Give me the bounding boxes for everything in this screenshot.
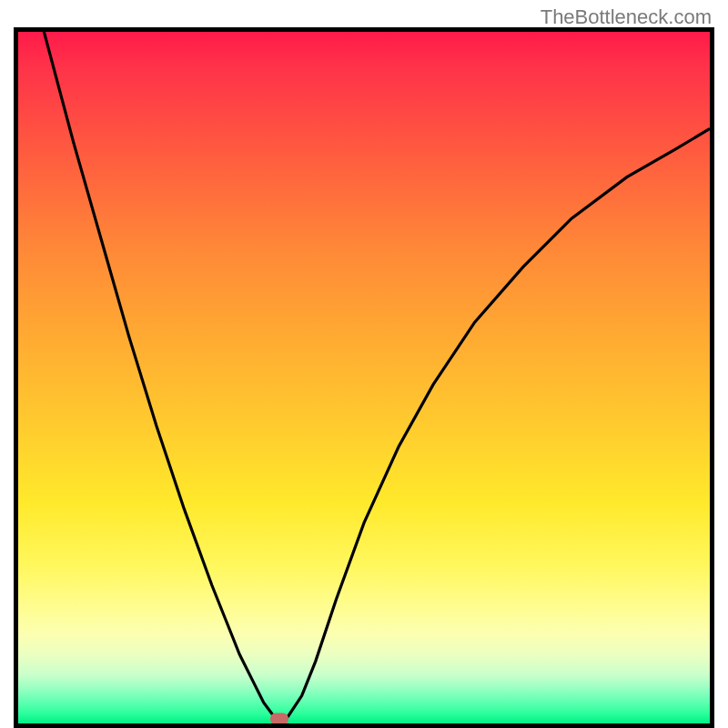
plot-frame	[14, 27, 714, 728]
watermark-text: TheBottleneck.com	[541, 5, 712, 29]
chart-container: TheBottleneck.com	[0, 0, 728, 728]
curve-svg	[18, 32, 710, 723]
bottleneck-curve	[18, 32, 710, 720]
optimum-marker	[270, 713, 288, 725]
